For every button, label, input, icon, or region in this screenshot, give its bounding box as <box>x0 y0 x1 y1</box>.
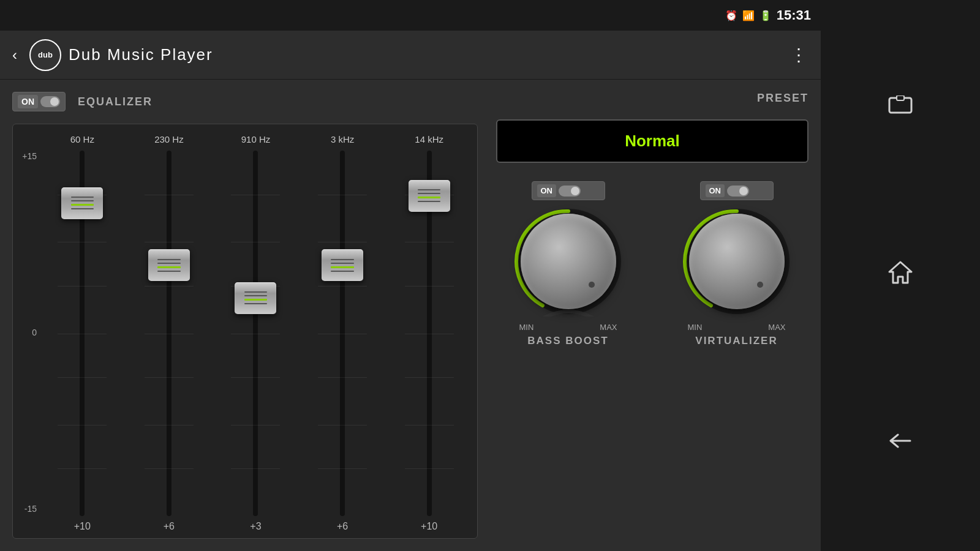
eq-toggle[interactable]: ON <box>12 92 66 111</box>
band-14khz-track[interactable] <box>387 151 471 516</box>
signal-icon: 📶 <box>742 10 755 21</box>
alarm-icon: ⏰ <box>725 10 737 21</box>
eq-label: EQUALIZER <box>78 96 153 108</box>
app-header: ‹ dub Dub Music Player ⋮ <box>0 31 821 80</box>
freq-14khz-label: 14 kHz <box>415 134 443 144</box>
preset-button[interactable]: Normal <box>496 119 809 163</box>
virtualizer-knob-dot <box>757 282 763 288</box>
app-area: ⏰ 📶 🔋 15:31 ‹ dub Dub Music Player ⋮ ON <box>0 0 821 551</box>
bass-boost-toggle-label: ON <box>537 184 557 197</box>
eq-scale: +15 0 -15 <box>19 134 40 532</box>
equalizer-section: ON EQUALIZER +15 0 -15 <box>12 92 478 539</box>
status-icons: ⏰ 📶 🔋 15:31 <box>725 7 811 23</box>
freq-910hz-label: 910 Hz <box>241 134 271 144</box>
bass-boost-toggle[interactable]: ON <box>532 181 605 200</box>
band-3khz: 3 kHz <box>301 134 385 532</box>
eq-box: +15 0 -15 60 Hz <box>12 124 478 539</box>
bass-boost-knob-body <box>521 214 616 309</box>
eq-header: ON EQUALIZER <box>12 92 478 111</box>
svg-marker-4 <box>889 262 911 283</box>
eq-toggle-slider[interactable] <box>40 96 60 107</box>
logo-text: dub <box>38 50 53 59</box>
band-60hz: 60 Hz <box>40 134 124 532</box>
val-60hz: +10 <box>74 521 91 532</box>
header-left: ‹ dub Dub Music Player <box>12 39 213 71</box>
bass-boost-col: ON <box>496 181 640 347</box>
freq-3khz-label: 3 kHz <box>331 134 354 144</box>
home-icon[interactable] <box>888 261 913 290</box>
back-arrow-icon[interactable]: ‹ <box>12 47 17 64</box>
virtualizer-label: VIRTUALIZER <box>695 335 777 347</box>
band-910hz: 910 Hz <box>214 134 298 532</box>
scale-mid: 0 <box>19 328 37 337</box>
app-title: Dub Music Player <box>69 45 213 64</box>
scale-top: +15 <box>19 151 37 161</box>
band-14khz: 14 kHz <box>387 134 471 532</box>
bass-boost-min-label: MIN <box>519 323 534 332</box>
virtualizer-toggle-slider[interactable] <box>727 186 749 197</box>
freq-230hz-label: 230 Hz <box>154 134 184 144</box>
recents-icon[interactable] <box>888 95 913 121</box>
right-section: PRESET Normal ON <box>496 92 809 539</box>
bass-boost-label: BASS BOOST <box>527 335 608 347</box>
freq-60hz-label: 60 Hz <box>70 134 94 144</box>
virtualizer-toggle-label: ON <box>706 184 725 197</box>
battery-icon: 🔋 <box>760 10 772 21</box>
band-230hz: 230 Hz <box>127 134 211 532</box>
menu-button[interactable]: ⋮ <box>790 45 809 65</box>
preset-value: Normal <box>625 132 680 150</box>
back-icon[interactable] <box>887 430 914 456</box>
svg-rect-3 <box>897 96 904 100</box>
virtualizer-max-label: MAX <box>768 323 785 332</box>
band-3khz-track[interactable] <box>301 151 385 516</box>
band-60hz-track[interactable] <box>40 151 124 516</box>
val-910hz: +3 <box>250 521 261 532</box>
band-230hz-track[interactable] <box>127 151 211 516</box>
val-14khz: +10 <box>421 521 437 532</box>
virtualizer-col: ON MIN MAX VIRTUALIZER <box>665 181 809 347</box>
sliders-cols: 60 Hz <box>40 134 471 532</box>
content-area: ON EQUALIZER +15 0 -15 <box>0 80 821 551</box>
scale-bot: -15 <box>19 504 37 514</box>
bass-boost-knob[interactable]: MIN MAX <box>513 206 624 317</box>
virtualizer-toggle[interactable]: ON <box>700 181 774 200</box>
virtualizer-knob-body <box>689 214 785 309</box>
eq-toggle-label: ON <box>18 95 38 108</box>
virtualizer-min-label: MIN <box>688 323 703 332</box>
band-910hz-track[interactable] <box>214 151 298 516</box>
status-time: 15:31 <box>777 7 811 23</box>
app-logo: dub <box>29 39 61 71</box>
sidebar <box>821 0 980 551</box>
virtualizer-knob[interactable]: MIN MAX <box>682 206 792 317</box>
status-bar: ⏰ 📶 🔋 15:31 <box>0 0 821 31</box>
val-3khz: +6 <box>337 521 348 532</box>
bass-boost-max-label: MAX <box>600 323 617 332</box>
val-230hz: +6 <box>164 521 175 532</box>
bass-boost-knob-dot <box>589 282 595 288</box>
effects-row: ON <box>496 175 809 539</box>
preset-label: PRESET <box>757 92 809 105</box>
bass-boost-toggle-slider[interactable] <box>559 186 581 197</box>
